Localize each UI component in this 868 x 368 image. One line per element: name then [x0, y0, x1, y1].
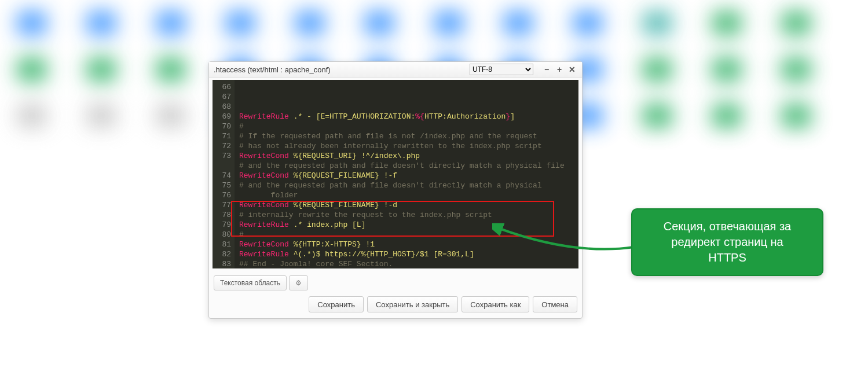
- callout-line: Секция, отвечающая за: [640, 219, 814, 234]
- window-title: .htaccess (text/html : apache_conf): [214, 65, 470, 74]
- settings-button[interactable]: [289, 275, 308, 290]
- titlebar: .htaccess (text/html : apache_conf) UTF-…: [209, 62, 582, 78]
- line-gutter: 6667686970717273 74757677787980818283: [213, 80, 235, 268]
- cancel-button[interactable]: Отмена: [533, 296, 577, 312]
- maximize-icon[interactable]: +: [554, 64, 565, 75]
- save-button[interactable]: Сохранить: [309, 296, 364, 312]
- encoding-select[interactable]: UTF-8: [470, 64, 533, 75]
- annotation-callout: Секция, отвечающая за редирект страниц н…: [631, 208, 823, 276]
- callout-line: HTTPS: [640, 250, 814, 266]
- save-close-button[interactable]: Сохранить и закрыть: [367, 296, 458, 312]
- minimize-icon[interactable]: −: [541, 64, 552, 75]
- code-area[interactable]: RewriteRule .* - [E=HTTP_AUTHORIZATION:%…: [235, 80, 578, 268]
- close-icon[interactable]: ✕: [567, 64, 577, 75]
- callout-line: редирект страниц на: [640, 234, 814, 250]
- editor-window: .htaccess (text/html : apache_conf) UTF-…: [208, 61, 583, 319]
- code-editor[interactable]: 6667686970717273 74757677787980818283 Re…: [213, 80, 578, 268]
- dialog-footer: Сохранить Сохранить и закрыть Сохранить …: [209, 294, 582, 318]
- textarea-mode-button[interactable]: Текстовая область: [214, 275, 287, 290]
- editor-toolbar: Текстовая область: [209, 272, 582, 294]
- save-as-button[interactable]: Сохранить как: [462, 296, 529, 312]
